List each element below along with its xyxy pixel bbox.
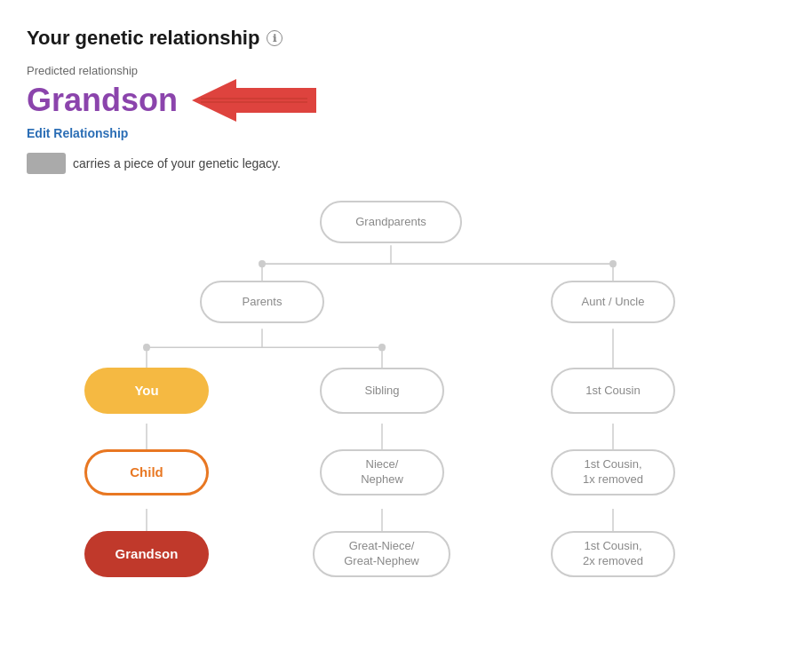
arrow-annotation [192,79,316,122]
svg-point-5 [259,260,266,267]
tree-node-parents[interactable]: Parents [200,281,324,323]
tree-node-child[interactable]: Child [84,449,209,495]
info-icon[interactable]: ℹ [267,30,283,46]
tree-node-grandson[interactable]: Grandson [84,531,209,577]
page-title: Your genetic relationship ℹ [27,27,785,50]
predicted-value-text: Grandson [27,82,178,119]
gray-swatch [27,153,66,174]
legacy-text-content: carries a piece of your genetic legacy. [73,156,281,170]
tree-node-first-cousin-1x[interactable]: 1st Cousin, 1x removed [551,449,675,495]
legacy-text: carries a piece of your genetic legacy. [27,153,785,174]
relationship-tree: GrandparentsParentsAunt / UncleYouSiblin… [27,201,755,609]
predicted-value: Grandson [27,79,785,122]
tree-node-first-cousin[interactable]: 1st Cousin [551,368,675,414]
tree-node-sibling[interactable]: Sibling [320,368,444,414]
svg-point-11 [143,344,150,351]
tree-node-aunt-uncle[interactable]: Aunt / Uncle [551,281,675,323]
edit-relationship-link[interactable]: Edit Relationship [27,126,128,140]
tree-node-you[interactable]: You [84,368,209,414]
predicted-label: Predicted relationship [27,64,785,77]
tree-node-great-niece-nephew[interactable]: Great-Niece/ Great-Nephew [313,531,450,577]
svg-marker-0 [192,79,316,122]
tree-node-first-cousin-2x[interactable]: 1st Cousin, 2x removed [551,531,675,577]
title-text: Your genetic relationship [27,27,259,50]
svg-point-12 [378,344,386,351]
tree-node-niece-nephew[interactable]: Niece/ Nephew [320,449,444,495]
tree-node-grandparents[interactable]: Grandparents [320,201,462,243]
svg-point-6 [609,260,617,267]
